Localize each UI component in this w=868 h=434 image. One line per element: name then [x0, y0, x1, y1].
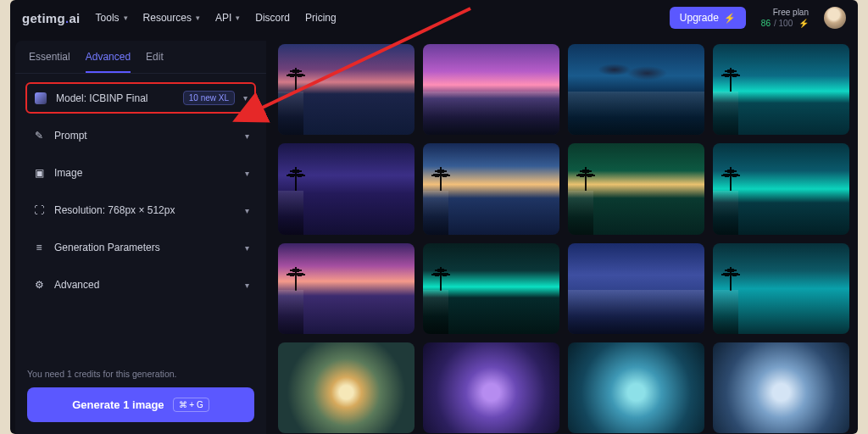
tab-essential[interactable]: Essential: [29, 51, 70, 73]
prompt-label: Prompt: [54, 130, 236, 142]
model-new-badge: 10 new XL: [183, 91, 235, 105]
logo-text-get: getimg: [22, 11, 65, 25]
app-window: getimg.ai Tools▾ Resources▾ API▾ Discord…: [10, 0, 858, 434]
model-label: Model: ICBINP Final: [56, 92, 175, 104]
plan-label: Free plan: [761, 8, 809, 17]
resolution-section[interactable]: Resolution: 768px × 512px ▾: [25, 195, 256, 225]
gallery-thumb[interactable]: [713, 44, 849, 135]
generate-label: Generate 1 image: [72, 398, 164, 411]
chevron-down-icon: ▾: [245, 243, 249, 253]
nav-pricing[interactable]: Pricing: [305, 12, 337, 24]
gallery-thumb[interactable]: [278, 243, 415, 334]
top-nav: Tools▾ Resources▾ API▾ Discord Pricing: [96, 12, 337, 24]
nav-discord[interactable]: Discord: [255, 12, 290, 24]
params-section[interactable]: Generation Parameters ▾: [25, 232, 256, 263]
chevron-down-icon: ▾: [245, 169, 249, 178]
gallery-thumb[interactable]: [568, 44, 704, 135]
image-label: Image: [54, 167, 236, 179]
logo[interactable]: getimg.ai: [22, 11, 81, 25]
chevron-down-icon: ▾: [245, 206, 249, 215]
gallery-thumb[interactable]: [713, 243, 849, 334]
prompt-section[interactable]: Prompt ▾: [25, 120, 256, 151]
nav-pricing-label: Pricing: [305, 12, 337, 24]
chevron-down-icon: ▾: [196, 14, 200, 22]
nav-resources-label: Resources: [143, 12, 192, 24]
credits-note: You need 1 credits for this generation.: [27, 369, 254, 379]
chevron-down-icon: ▾: [243, 93, 248, 103]
plan-indicator: Free plan 86/ 100 ⚡: [761, 8, 809, 28]
upgrade-label: Upgrade: [680, 12, 719, 24]
header: getimg.ai Tools▾ Resources▾ API▾ Discord…: [10, 0, 858, 36]
sidebar: Essential Advanced Edit Model: ICBINP Fi…: [15, 41, 266, 434]
upgrade-button[interactable]: Upgrade ⚡: [670, 7, 746, 29]
nav-api[interactable]: API▾: [215, 12, 240, 24]
nav-api-label: API: [215, 12, 231, 24]
advanced-section[interactable]: Advanced ▾: [25, 270, 256, 300]
gallery-grid: [278, 44, 849, 433]
gallery-thumb[interactable]: [278, 143, 415, 234]
sidebar-panel: Model: ICBINP Final 10 new XL ▾ Prompt ▾…: [15, 74, 266, 300]
avatar[interactable]: [824, 7, 846, 29]
model-icon: [34, 92, 47, 105]
pencil-icon: [32, 129, 46, 142]
nav-tools-label: Tools: [96, 12, 120, 24]
gallery-thumb[interactable]: [568, 243, 704, 334]
image-section[interactable]: Image ▾: [25, 158, 256, 188]
sidebar-tabs: Essential Advanced Edit: [15, 41, 266, 74]
credit-used: 86: [761, 19, 771, 28]
image-icon: [32, 166, 46, 180]
gallery-thumb[interactable]: [713, 342, 849, 433]
credit-zap-icon: ⚡: [798, 19, 809, 28]
tab-edit[interactable]: Edit: [146, 51, 164, 73]
logo-text-ai: ai: [69, 11, 80, 25]
nav-tools[interactable]: Tools▾: [96, 12, 128, 24]
resolution-label: Resolution: 768px × 512px: [54, 204, 236, 216]
nav-discord-label: Discord: [255, 12, 290, 24]
sliders-icon: [32, 241, 46, 254]
generate-shortcut: ⌘ + G: [173, 398, 209, 412]
model-selector[interactable]: Model: ICBINP Final 10 new XL ▾: [25, 82, 256, 114]
gallery-thumb[interactable]: [278, 342, 415, 433]
generate-button[interactable]: Generate 1 image ⌘ + G: [27, 387, 254, 422]
gallery-thumb[interactable]: [423, 243, 559, 334]
gallery-thumb[interactable]: [278, 44, 415, 135]
gear-icon: [32, 278, 46, 292]
chevron-down-icon: ▾: [124, 14, 128, 22]
resolution-icon: [32, 203, 46, 217]
chevron-down-icon: ▾: [245, 281, 249, 290]
gallery-thumb[interactable]: [423, 143, 559, 234]
tab-advanced[interactable]: Advanced: [86, 51, 131, 73]
gallery: [266, 36, 858, 434]
gallery-thumb[interactable]: [568, 342, 704, 433]
gallery-thumb[interactable]: [423, 44, 559, 135]
gallery-thumb[interactable]: [713, 143, 849, 234]
chevron-down-icon: ▾: [236, 14, 240, 22]
bolt-icon: ⚡: [724, 13, 736, 24]
nav-resources[interactable]: Resources▾: [143, 12, 200, 24]
credit-max: / 100: [774, 19, 793, 28]
body: Essential Advanced Edit Model: ICBINP Fi…: [10, 36, 858, 434]
sidebar-bottom: You need 1 credits for this generation. …: [15, 360, 266, 434]
chevron-down-icon: ▾: [245, 131, 249, 141]
gallery-thumb[interactable]: [423, 342, 559, 433]
params-label: Generation Parameters: [54, 242, 236, 253]
advanced-label: Advanced: [54, 279, 236, 291]
gallery-thumb[interactable]: [568, 143, 704, 234]
